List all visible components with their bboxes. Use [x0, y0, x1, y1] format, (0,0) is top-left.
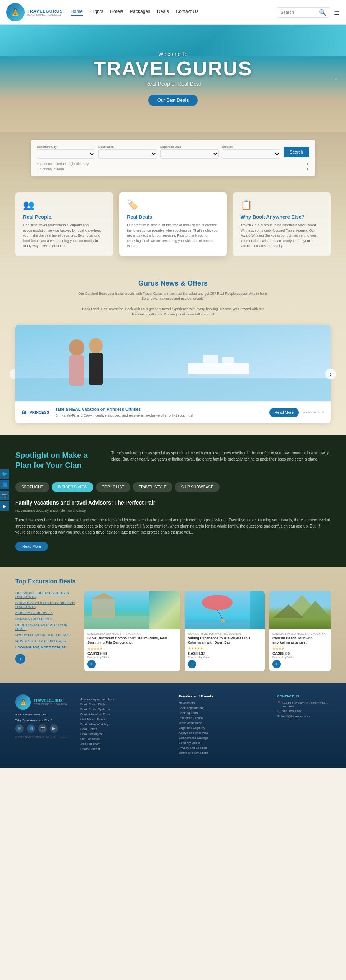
footer-facebook-icon[interactable]: 📘 — [27, 724, 35, 733]
departure-select[interactable] — [37, 149, 95, 159]
destination-select[interactable] — [98, 149, 157, 159]
twitter-sidebar-icon[interactable]: 🐦 — [0, 469, 9, 479]
tab-spotlight[interactable]: SPOTLIGHT — [15, 482, 49, 492]
footer-col-title-1: Families and Friends — [179, 694, 266, 698]
excursion-price-2: CA$65.00 — [272, 652, 328, 656]
facebook-sidebar-icon[interactable]: 📘 — [0, 480, 9, 489]
excursion-item-6[interactable]: NEW YORK CITY TOUR DEALS — [15, 639, 77, 643]
footer-link-1-4[interactable]: TravelAssistance — [179, 721, 266, 725]
footer-link-1-9[interactable]: Privacy and Cookies — [179, 746, 266, 750]
excursion-card-2: CANCUN, RIVIERA MAYA & THE YUCATAN Cancu… — [269, 591, 331, 671]
navbar: 🧘 TRAVELGURUS REAL PEOPLE. REAL DEAL Hom… — [0, 0, 346, 25]
news-title: Gurus News & Offers — [15, 279, 331, 287]
footer-link-1-8[interactable]: Send My Quote — [179, 741, 266, 745]
real-deals-icon: 🏷️ — [127, 199, 219, 210]
footer-link-0-3[interactable]: Book Adventure Trips — [80, 712, 167, 716]
search-input[interactable] — [280, 10, 319, 15]
nav-flights[interactable]: Flights — [90, 9, 103, 16]
tab-travel-style[interactable]: TRAVEL STYLE — [133, 482, 172, 492]
excursion-inner: ORLANDO FLORIDA CARIBBEAN DISCOUNTS BERM… — [15, 591, 331, 671]
nav-logo[interactable]: 🧘 TRAVELGURUS REAL PEOPLE. REAL DEAL — [6, 3, 63, 21]
footer-twitter-icon[interactable]: 🐦 — [15, 724, 24, 733]
excursion-cards: CANCUN, RIVIERA MAYA & THE YUCATAN 3-in-… — [84, 591, 331, 671]
footer-youtube-icon[interactable]: ▶ — [50, 724, 58, 733]
footer-link-1-7[interactable]: Get Advance Savings — [179, 736, 266, 740]
menu-icon[interactable]: ☰ — [334, 8, 340, 16]
footer-link-0-10[interactable]: Photo Contest — [80, 747, 167, 751]
footer-link-0-9[interactable]: Join Our Team — [80, 742, 167, 746]
footer-link-0-0[interactable]: Accompanying members — [80, 697, 167, 701]
hero-next-arrow[interactable]: → — [331, 74, 338, 83]
hero-cta-button[interactable]: Our Best Deals — [148, 95, 198, 106]
excursion-card-image-0 — [84, 591, 180, 629]
excursion-card-title-1: Sailing Experience to Isla Mujeres in a … — [188, 636, 262, 645]
news-read-more-button[interactable]: Read More — [269, 408, 299, 417]
search-optional-2[interactable]: + Optional criteria ▼ — [37, 167, 309, 171]
excursion-item-4[interactable]: MEDITERRANEAN RIVER TOUR DEALS — [15, 623, 77, 631]
excursion-add-button-0[interactable]: + — [87, 660, 96, 668]
nav-home[interactable]: Home — [71, 9, 83, 16]
excursion-item-2[interactable]: EUROPE TOUR DEALS — [15, 611, 77, 615]
footer-link-0-2[interactable]: Book Cruise Systems — [80, 707, 167, 711]
footer-link-1-5[interactable]: Legal and Eligibility — [179, 726, 266, 730]
instagram-sidebar-icon[interactable]: 📷 — [0, 491, 9, 500]
excursion-nav-button[interactable]: › — [15, 654, 25, 664]
excursion-item-3[interactable]: CANADA TOUR DEALS — [15, 617, 77, 621]
footer-link-1-2[interactable]: Booking Form — [179, 711, 266, 715]
footer-link-1-1[interactable]: Book Appointment — [179, 706, 266, 710]
footer-brand-sub: REAL PEOPLE. REAL DEAL — [34, 703, 68, 706]
feature-text-0: Real time travel professionals, Airports… — [23, 223, 105, 249]
search-icon[interactable]: 🔍 — [319, 9, 326, 16]
footer-link-0-8[interactable]: Our Locations — [80, 737, 167, 741]
princess-text: PRINCESS — [30, 410, 49, 415]
duration-select[interactable] — [222, 149, 280, 159]
svg-rect-4 — [222, 357, 234, 365]
youtube-sidebar-icon[interactable]: ▶ — [0, 501, 9, 511]
princess-logo: ≋ PRINCESS — [21, 408, 49, 416]
destination-field: Destination — [98, 145, 157, 159]
news-next-button[interactable]: › — [325, 369, 336, 379]
footer-logo: 🧘 TRAVELGURUS REAL PEOPLE. REAL DEAL — [15, 694, 69, 710]
footer-link-0-4[interactable]: Last Minute Deals — [80, 717, 167, 721]
hero-content: Welcome To TRAVELGURUS Real People. Real… — [94, 51, 253, 106]
spotlight-read-more-button[interactable]: Read More — [15, 542, 48, 551]
excursion-card-body-1: CANCUN, RIVIERA MAYA & THE YUCATAN Saili… — [185, 629, 265, 671]
footer-link-1-10[interactable]: Terms and Conditions — [179, 751, 266, 755]
nav-contact[interactable]: Contact Us — [176, 9, 198, 16]
excursion-item-1[interactable]: BERMUDA CALIFORNIA CARIBBEAN DISCOUNTS — [15, 601, 77, 609]
excursion-item-5[interactable]: NASHVILLE MUSIC TOUR DEALS — [15, 633, 77, 637]
excursion-price-0: CA$139.60 — [87, 652, 177, 656]
feature-card-why-book: 📋 Why Book Anywhere Else? TravelGurus is… — [233, 192, 331, 256]
tab-top10-list[interactable]: TOP 10 LIST — [96, 482, 130, 492]
social-sidebar: 🐦 📘 📷 ▶ — [0, 469, 9, 511]
departure-date-select[interactable] — [160, 149, 219, 159]
nav-packages[interactable]: Packages — [130, 9, 150, 16]
excursion-add-button-2[interactable]: + — [272, 660, 281, 668]
footer-link-0-5[interactable]: Destination Weddings — [80, 722, 167, 726]
tab-ship-showcase[interactable]: SHIP SHOWCASE — [175, 482, 219, 492]
footer-link-0-7[interactable]: Book Packages — [80, 732, 167, 736]
excursion-item-0[interactable]: ORLANDO FLORIDA CARIBBEAN DISCOUNTS — [15, 591, 77, 599]
footer-copyright: © 2021 TRAVELGURUS. All rights reserved. — [15, 736, 69, 738]
footer-instagram-icon[interactable]: 📷 — [38, 724, 47, 733]
excursion-card-title-2: Cancun Beach Tour with snorkeling activi… — [272, 636, 328, 645]
excursion-card-0: CANCUN, RIVIERA MAYA & THE YUCATAN 3-in-… — [84, 591, 180, 671]
footer-tagline-2: Why Book Anywhere Else? — [15, 719, 69, 722]
spotlight-article-text: There has never been a better time to ha… — [15, 517, 331, 536]
nav-deals[interactable]: Deals — [157, 9, 169, 16]
feature-card-real-deals: 🏷️ Real Deals Our promise is simple: at … — [119, 192, 227, 256]
tab-insiders-view[interactable]: INSIDER'S VIEW — [52, 482, 93, 492]
footer-link-0-1[interactable]: Book Cheap Flights — [80, 702, 167, 706]
footer-link-1-3[interactable]: Insurance Groups — [179, 716, 266, 720]
search-button[interactable]: Search — [284, 147, 309, 157]
search-optional-1[interactable]: + Optional criteria / Flight Itinerary ▼ — [37, 162, 309, 166]
beach-section: Departure City Destination Departure Dat… — [0, 132, 346, 180]
nav-hotels[interactable]: Hotels — [110, 9, 123, 16]
news-image-svg — [15, 325, 331, 401]
footer-link-0-6[interactable]: Book Hotels — [80, 727, 167, 731]
footer-link-1-6[interactable]: Apply For Travel Visa — [179, 731, 266, 735]
excursion-item-7[interactable]: LOOKING FOR MORE DEALS? — [15, 645, 77, 649]
excursion-provider-2: Powered by Viator — [272, 656, 328, 658]
excursion-add-button-1[interactable]: + — [188, 660, 196, 668]
footer-link-1-0[interactable]: Newsletters — [179, 701, 266, 705]
